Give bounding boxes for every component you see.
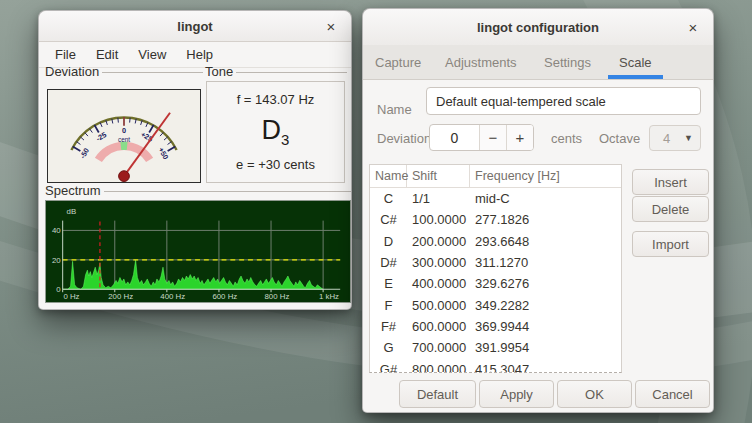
gauge-minor-tick: [168, 142, 172, 145]
delete-button[interactable]: Delete: [632, 196, 709, 222]
gauge-minor-tick: [118, 118, 119, 123]
deviation-spin-value[interactable]: 0: [430, 125, 479, 150]
table-header-row: NameShiftFrequency [Hz]: [370, 165, 621, 188]
tone-frame-label: Tone: [205, 64, 236, 79]
scale-name-input[interactable]: Default equal-tempered scale: [426, 87, 701, 115]
main-titlebar[interactable]: lingot ×: [39, 11, 351, 42]
table-cell: 349.2282: [470, 294, 621, 315]
tone-frame: Tone f = 143.07 Hz D3 e = +30 cents: [205, 64, 347, 184]
table-cell: 500.0000: [407, 294, 470, 315]
column-header[interactable]: Name: [370, 165, 407, 187]
tabbar: CaptureAdjustmentsSettingsScale: [363, 45, 713, 80]
table-row[interactable]: F500.0000349.2282: [370, 294, 621, 315]
close-icon[interactable]: ×: [321, 16, 341, 36]
table-cell: 415.3047: [470, 358, 621, 373]
gauge-pivot: [119, 171, 130, 182]
gauge-tick-label: -50: [78, 147, 91, 161]
menu-item-help[interactable]: Help: [176, 44, 223, 65]
table-cell: D: [370, 231, 407, 252]
import-button[interactable]: Import: [632, 231, 709, 257]
column-header[interactable]: Frequency [Hz]: [470, 165, 621, 187]
gauge-unit-label: cent: [118, 136, 130, 143]
x-tick-label: 1 kHz: [319, 292, 339, 301]
table-cell: 200.0000: [407, 231, 470, 252]
table-cell: 1/1: [407, 188, 470, 209]
note-letter: D: [262, 115, 282, 145]
cancel-button[interactable]: Cancel: [635, 380, 710, 408]
table-row[interactable]: C#100.0000277.1826: [370, 209, 621, 230]
chevron-down-icon: ▼: [684, 133, 693, 143]
name-label: Name: [377, 102, 412, 117]
menu-item-edit[interactable]: Edit: [86, 44, 128, 65]
table-cell: mid-C: [470, 188, 621, 209]
y-tick-label: 40: [52, 226, 61, 235]
gauge-major-tick: [94, 125, 98, 133]
table-cell: 329.6276: [470, 273, 621, 294]
desktop: lingot × FileEditViewHelp Deviation -50-…: [0, 0, 752, 423]
tone-frequency: f = 143.07 Hz: [237, 92, 315, 107]
gauge-major-tick: [168, 147, 176, 151]
config-window-title: lingot configuration: [477, 20, 599, 35]
table-cell: G#: [370, 358, 407, 373]
table-cell: C#: [370, 209, 407, 230]
x-tick-label: 200 Hz: [108, 292, 133, 301]
scale-table[interactable]: NameShiftFrequency [Hz]C1/1mid-CC#100.00…: [369, 164, 622, 373]
close-icon[interactable]: ×: [683, 17, 703, 37]
config-window: lingot configuration × CaptureAdjustment…: [362, 8, 714, 413]
gauge-minor-tick: [80, 137, 84, 140]
spin-minus-button[interactable]: −: [479, 125, 506, 150]
spectrum-frame: Spectrum dB020400 Hz200 Hz400 Hz600 Hz80…: [45, 183, 351, 303]
table-cell: 800.0000: [407, 358, 470, 373]
table-row[interactable]: D200.0000293.6648: [370, 231, 621, 252]
deviation-frame-header: Deviation: [45, 64, 203, 79]
deviation-frame: Deviation -50-250+25+50cent: [45, 64, 203, 184]
tab-scale[interactable]: Scale: [617, 45, 654, 79]
tab-settings[interactable]: Settings: [542, 45, 593, 79]
tab-capture[interactable]: Capture: [373, 45, 423, 79]
deviation-gauge: -50-250+25+50cent: [47, 89, 201, 183]
tone-note: D3: [262, 115, 290, 148]
tone-display: f = 143.07 Hz D3 e = +30 cents: [206, 81, 345, 183]
lingot-window: lingot × FileEditViewHelp Deviation -50-…: [38, 10, 352, 310]
scale-name-value: Default equal-tempered scale: [436, 94, 606, 109]
table-row[interactable]: E400.0000329.6276: [370, 273, 621, 294]
table-cell: C: [370, 188, 407, 209]
table-row[interactable]: F#600.0000369.9944: [370, 316, 621, 337]
octave-dropdown[interactable]: 4 ▼: [649, 125, 701, 151]
config-titlebar[interactable]: lingot configuration ×: [363, 9, 713, 46]
db-axis-label: dB: [67, 207, 77, 216]
spectrum-frame-header: Spectrum: [45, 183, 351, 198]
gauge-minor-tick: [164, 137, 168, 140]
gauge-dial: -50-250+25+50cent: [48, 90, 200, 182]
table-row[interactable]: D#300.0000311.1270: [370, 252, 621, 273]
menu-item-file[interactable]: File: [45, 44, 86, 65]
gauge-minor-tick: [85, 132, 88, 136]
table-row[interactable]: G700.0000391.9954: [370, 337, 621, 358]
table-cell: 293.6648: [470, 231, 621, 252]
table-cell: 100.0000: [407, 209, 470, 230]
x-tick-label: 600 Hz: [212, 292, 237, 301]
gauge-minor-tick: [89, 129, 92, 133]
x-tick-label: 0 Hz: [63, 292, 79, 301]
y-tick-label: 0: [56, 285, 61, 294]
table-cell: 600.0000: [407, 316, 470, 337]
spin-plus-button[interactable]: +: [506, 125, 533, 150]
menu-item-view[interactable]: View: [128, 44, 176, 65]
note-octave: 3: [281, 132, 289, 149]
table-cell: F#: [370, 316, 407, 337]
tab-adjustments[interactable]: Adjustments: [443, 45, 519, 79]
deviation-spinbox: 0 − +: [429, 124, 534, 151]
table-cell: 311.1270: [470, 252, 621, 273]
insert-button[interactable]: Insert: [632, 169, 709, 195]
table-row[interactable]: C1/1mid-C: [370, 188, 621, 209]
ok-button[interactable]: OK: [557, 380, 632, 408]
gauge-minor-tick: [160, 132, 163, 136]
table-cell: 300.0000: [407, 252, 470, 273]
column-header[interactable]: Shift: [407, 165, 470, 187]
default-button[interactable]: Default: [399, 380, 476, 408]
deviation-frame-label: Deviation: [45, 64, 102, 79]
apply-button[interactable]: Apply: [479, 380, 554, 408]
octave-value: 4: [663, 131, 670, 146]
table-row[interactable]: G#800.0000415.3047: [370, 358, 621, 373]
x-tick-label: 400 Hz: [160, 292, 185, 301]
